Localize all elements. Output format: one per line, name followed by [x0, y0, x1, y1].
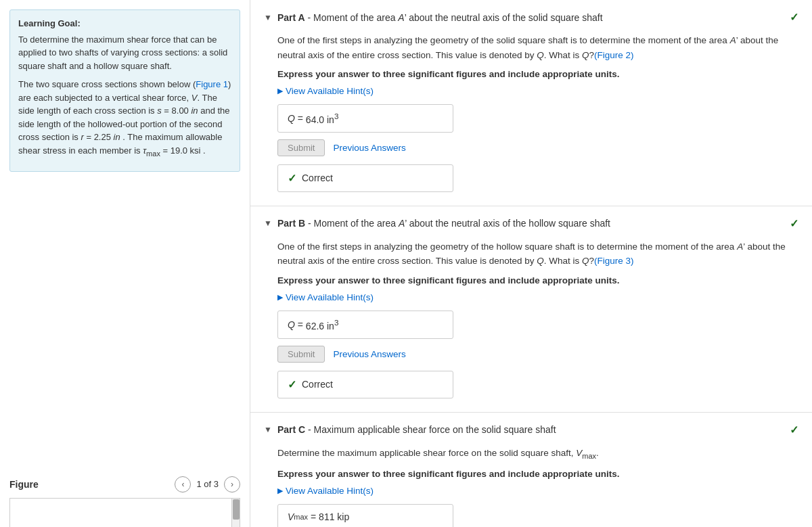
part-b-answer-box: Q = 62.6 in3 — [277, 311, 453, 339]
part-b-submit-button[interactable]: Submit — [277, 346, 325, 363]
learning-goal-text: To determine the maximum shear force tha… — [18, 33, 231, 73]
part-b-instruction: Express your answer to three significant… — [277, 275, 798, 285]
part-b-chevron-icon[interactable]: ▼ — [264, 219, 272, 228]
part-b-hint-link[interactable]: ▶ View Available Hint(s) — [277, 292, 798, 302]
figure-navigation: Figure ‹ 1 of 3 › — [9, 463, 240, 492]
part-a-correct-box: ✓ Correct — [277, 164, 453, 192]
figure-label: Figure — [9, 479, 39, 490]
part-a-submit-button[interactable]: Submit — [277, 139, 325, 156]
scroll-track[interactable] — [231, 499, 240, 527]
part-c-instruction: Express your answer to three significant… — [277, 469, 798, 479]
part-a-correct-label: Correct — [302, 173, 333, 183]
figure-description: The two square cross sections shown belo… — [18, 78, 231, 159]
part-b-title: Part B - Moment of the area A’ about the… — [277, 218, 610, 229]
learning-goal-label: Learning Goal: — [18, 17, 231, 30]
figure-prev-button[interactable]: ‹ — [175, 476, 191, 492]
part-a-answer-prefix: Q — [288, 113, 295, 124]
part-c-header: ▼ Part C - Maximum applicable shear forc… — [264, 423, 798, 436]
part-a-answer-box: Q = 64.0 in3 — [277, 104, 453, 133]
part-c-answer-prefix: V — [288, 511, 294, 522]
sidebar: Learning Goal: To determine the maximum … — [0, 0, 250, 527]
figure-next-button[interactable]: › — [224, 476, 240, 492]
part-a-correct-checkmark-top: ✓ — [790, 11, 798, 24]
part-a-chevron-icon[interactable]: ▼ — [264, 13, 272, 22]
part-c-label: Part C — [277, 424, 305, 435]
part-c-hint-link[interactable]: ▶ View Available Hint(s) — [277, 486, 798, 496]
part-c-title: Part C - Maximum applicable shear force … — [277, 424, 556, 435]
part-c-hint-triangle-icon: ▶ — [277, 486, 283, 495]
learning-goal-box: Learning Goal: To determine the maximum … — [9, 9, 240, 172]
part-a-hint-label: View Available Hint(s) — [286, 86, 374, 96]
part-c-answer-subscript: max — [294, 513, 308, 521]
part-b-correct-checkmark-top: ✓ — [790, 217, 798, 230]
part-b-title-desc: Moment of the area A’ about the neutral … — [314, 218, 610, 229]
figure2-link[interactable]: (Figure 2) — [594, 50, 634, 60]
part-c-hint-label: View Available Hint(s) — [286, 486, 374, 496]
part-a-section: ▼ Part A - Moment of the area A’ about t… — [250, 0, 812, 206]
part-c-answer-box: Vmax = 811 kip — [277, 504, 453, 527]
hint-triangle-icon: ▶ — [277, 87, 283, 95]
part-b-answer-prefix: Q — [288, 319, 295, 330]
part-b-submit-row: Submit Previous Answers — [277, 346, 798, 363]
figure-scroll-area — [9, 498, 240, 527]
part-b-correct-box: ✓ Correct — [277, 371, 453, 398]
figure1-link[interactable]: Figure 1 — [196, 79, 228, 89]
part-c-chevron-icon[interactable]: ▼ — [264, 425, 272, 434]
part-a-body: One of the first steps in analyzing the … — [277, 33, 798, 192]
main-content: ▼ Part A - Moment of the area A’ about t… — [250, 0, 812, 527]
part-b-body: One of the first steps in analyzing the … — [277, 239, 798, 398]
part-a-label: Part A — [277, 12, 305, 23]
part-a-header: ▼ Part A - Moment of the area A’ about t… — [264, 11, 798, 24]
part-b-hint-label: View Available Hint(s) — [286, 292, 374, 302]
part-a-answer-value: 64.0 in3 — [306, 112, 339, 125]
part-c-description: Determine the maximum applicable shear f… — [277, 446, 798, 462]
part-b-description: One of the first steps in analyzing the … — [277, 239, 798, 269]
figure-page-indicator: 1 of 3 — [196, 479, 219, 489]
part-b-prev-answers-link[interactable]: Previous Answers — [333, 349, 405, 359]
part-b-hint-triangle-icon: ▶ — [277, 293, 283, 302]
part-a-instruction: Express your answer to three significant… — [277, 69, 798, 79]
part-a-title: Part A - Moment of the area A’ about the… — [277, 12, 603, 23]
part-a-prev-answers-link[interactable]: Previous Answers — [333, 143, 405, 153]
scroll-thumb — [233, 499, 240, 520]
part-b-label: Part B — [277, 218, 305, 229]
figure3-link[interactable]: (Figure 3) — [594, 256, 634, 266]
part-b-correct-label: Correct — [302, 379, 333, 390]
part-b-answer-value: 62.6 in3 — [306, 318, 339, 331]
part-c-section: ▼ Part C - Maximum applicable shear forc… — [250, 413, 812, 527]
part-a-hint-link[interactable]: ▶ View Available Hint(s) — [277, 86, 798, 96]
part-b-correct-checkmark-icon: ✓ — [288, 378, 296, 391]
part-c-body: Determine the maximum applicable shear f… — [277, 446, 798, 527]
part-a-title-desc: Moment of the area A’ about the neutral … — [313, 12, 603, 23]
part-b-section: ▼ Part B - Moment of the area A’ about t… — [250, 206, 812, 413]
part-a-description: One of the first steps in analyzing the … — [277, 33, 798, 62]
part-a-correct-checkmark-icon: ✓ — [288, 172, 296, 185]
part-c-title-desc: Maximum applicable shear force on the so… — [314, 424, 556, 435]
part-b-header: ▼ Part B - Moment of the area A’ about t… — [264, 217, 798, 230]
part-a-submit-row: Submit Previous Answers — [277, 139, 798, 156]
part-c-correct-checkmark-top: ✓ — [790, 423, 798, 436]
part-c-answer-value: 811 kip — [319, 511, 349, 522]
